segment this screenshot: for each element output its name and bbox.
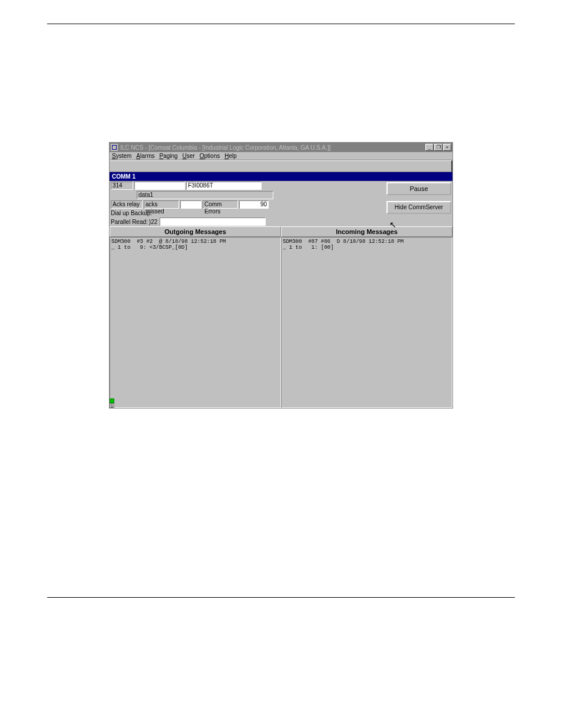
hide-commserver-button[interactable]: Hide CommServer bbox=[386, 201, 451, 214]
incoming-header: Incoming Messages bbox=[281, 226, 452, 237]
field-314: 314 bbox=[111, 182, 133, 190]
title-bar: ILC NCS - [Comsat Columbia - [Industrial… bbox=[110, 143, 452, 152]
status-indicator: 1 bbox=[110, 398, 115, 408]
menu-user[interactable]: User bbox=[183, 153, 195, 159]
comm-header: COMM 1 bbox=[110, 172, 452, 181]
parallel-label: Parallel Read: bbox=[111, 219, 148, 225]
outgoing-messages[interactable]: SDM300 #3 #2 @ 8/18/98 12:52:18 PM _ 1 t… bbox=[110, 237, 281, 408]
menu-options[interactable]: Options bbox=[200, 153, 220, 159]
menu-help[interactable]: Help bbox=[224, 153, 237, 159]
svg-rect-1 bbox=[113, 146, 116, 149]
maximize-button[interactable]: ❐ bbox=[434, 144, 442, 151]
outgoing-header: Outgoing Messages bbox=[110, 226, 281, 237]
parallel-value: )22 bbox=[149, 219, 157, 225]
dialup-label: Dial up Backup: bbox=[111, 210, 152, 216]
app-icon bbox=[111, 144, 118, 151]
green-indicator-icon bbox=[110, 398, 114, 403]
comm-errors-value[interactable]: 90 bbox=[239, 200, 269, 209]
menu-bar: System Alarms Paging User Options Help bbox=[110, 152, 452, 160]
field-code[interactable]: F3I0086T bbox=[186, 182, 262, 190]
acks-missed-label: acks missed bbox=[144, 200, 179, 209]
gray-indicator: 1 bbox=[110, 403, 114, 408]
parallel-field[interactable] bbox=[160, 218, 266, 226]
toolbar bbox=[110, 160, 452, 172]
minimize-button[interactable]: _ bbox=[425, 144, 434, 151]
menu-system[interactable]: System bbox=[112, 153, 131, 159]
pause-button[interactable]: Pause bbox=[386, 182, 451, 195]
acks-relay-label: Acks relay bbox=[111, 200, 143, 209]
close-button[interactable]: × bbox=[443, 144, 451, 151]
menu-alarms[interactable]: Alarms bbox=[136, 153, 154, 159]
comm-errors-label: Comm Errors bbox=[203, 200, 238, 209]
menu-paging[interactable]: Paging bbox=[159, 153, 177, 159]
field-blank[interactable] bbox=[134, 182, 185, 190]
data-field: data1 bbox=[137, 191, 273, 199]
app-window: ILC NCS - [Comsat Columbia - [Industrial… bbox=[109, 142, 453, 409]
acks-missed-value[interactable] bbox=[180, 200, 201, 209]
incoming-messages[interactable]: SDM300 #87 #86 D 8/18/98 12:52:18 PM _ 1… bbox=[281, 237, 452, 408]
window-title: ILC NCS - [Comsat Columbia - [Industrial… bbox=[120, 144, 425, 151]
